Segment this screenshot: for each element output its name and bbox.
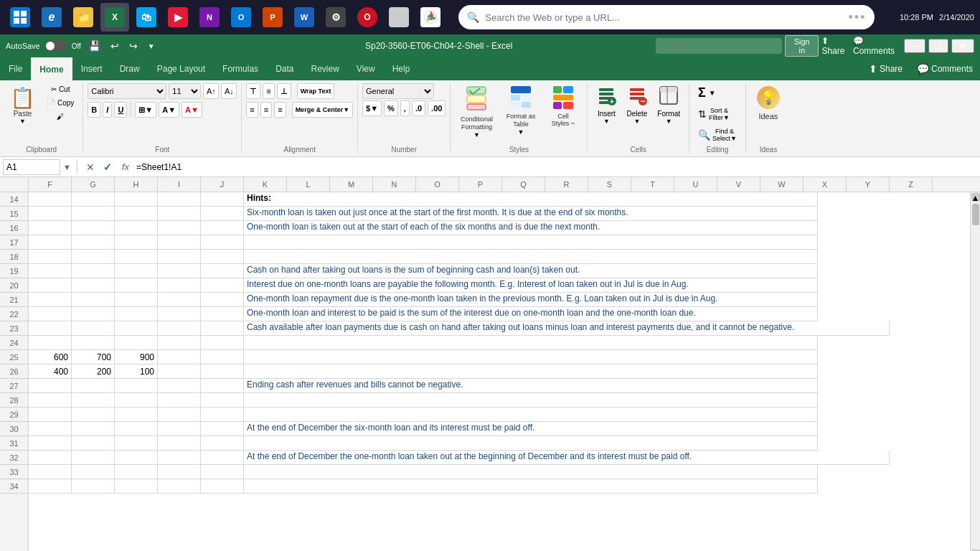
cell-H25[interactable]: 900 <box>115 350 158 364</box>
borders-button[interactable]: ⊞▼ <box>135 102 156 118</box>
vertical-scrollbar[interactable]: ▲ ▼ <box>970 192 980 551</box>
onenote-button[interactable]: N <box>195 3 224 32</box>
align-right-button[interactable]: ≡ <box>274 102 286 118</box>
cell-G23[interactable] <box>72 321 115 336</box>
row-header-28[interactable]: 28 <box>0 393 28 408</box>
tab-file[interactable]: File <box>0 57 31 80</box>
cell-K27[interactable]: Ending cash after revenues and bills can… <box>244 379 818 393</box>
cell-J28[interactable] <box>201 393 244 408</box>
col-header-K[interactable]: K <box>244 177 287 192</box>
format-as-table-button[interactable]: Format asTable ▼ <box>501 83 540 138</box>
cell-H16[interactable] <box>115 221 158 235</box>
col-header-M[interactable]: M <box>330 177 373 192</box>
cell-K19[interactable]: Cash on hand after taking out loans is t… <box>244 264 818 278</box>
cell-G14[interactable] <box>72 192 115 207</box>
store-button[interactable]: 🛍 <box>132 3 161 32</box>
cell-H18[interactable] <box>115 250 158 264</box>
cell-H21[interactable] <box>115 293 158 307</box>
col-header-S[interactable]: S <box>588 177 631 192</box>
cell-I22[interactable] <box>158 307 201 321</box>
row-header-26[interactable]: 26 <box>0 364 28 379</box>
cell-K32[interactable]: At the end of December the one-month loa… <box>244 451 890 465</box>
align-top-button[interactable]: ⊤ <box>246 83 260 99</box>
cell-J21[interactable] <box>201 293 244 307</box>
tab-review[interactable]: Review <box>302 57 347 80</box>
cell-I14[interactable] <box>158 192 201 207</box>
cell-F18[interactable] <box>29 250 72 264</box>
comments-ribbon[interactable]: 💬 Comments <box>910 63 980 75</box>
cell-J33[interactable] <box>201 465 244 479</box>
cell-J29[interactable] <box>201 408 244 422</box>
cell-G22[interactable] <box>72 307 115 321</box>
customize-qat-button[interactable]: ▼ <box>145 41 158 52</box>
cell-G32[interactable] <box>72 451 115 465</box>
row-header-33[interactable]: 33 <box>0 465 28 479</box>
align-bottom-button[interactable]: ⊥ <box>277 83 291 99</box>
cell-G25[interactable]: 700 <box>72 350 115 364</box>
cell-K31[interactable] <box>244 436 818 451</box>
cell-K28[interactable] <box>244 393 818 408</box>
decrease-decimal-button[interactable]: .00 <box>428 100 446 116</box>
formula-accept-button[interactable]: ✓ <box>100 161 115 173</box>
row-header-27[interactable]: 27 <box>0 379 28 393</box>
col-header-T[interactable]: T <box>631 177 674 192</box>
cell-I18[interactable] <box>158 250 201 264</box>
excel-button[interactable]: X <box>100 3 129 32</box>
cell-I29[interactable] <box>158 408 201 422</box>
find-select-button[interactable]: 🔍 Find &Select▼ <box>694 126 741 144</box>
ribbon-search-input[interactable] <box>656 38 783 54</box>
increase-decimal-button[interactable]: .0 <box>412 100 425 116</box>
cell-F15[interactable] <box>29 207 72 221</box>
percent-button[interactable]: % <box>384 100 398 116</box>
cell-F24[interactable] <box>29 336 72 350</box>
cell-F34[interactable] <box>29 479 72 494</box>
formula-input[interactable] <box>136 162 977 172</box>
cell-F16[interactable] <box>29 221 72 235</box>
taskbar-search-input[interactable] <box>485 12 842 23</box>
cell-I34[interactable] <box>158 479 201 494</box>
cell-H17[interactable] <box>115 235 158 250</box>
cell-F26[interactable]: 400 <box>29 364 72 379</box>
cell-I16[interactable] <box>158 221 201 235</box>
row-header-25[interactable]: 25 <box>0 350 28 364</box>
cell-G15[interactable] <box>72 207 115 221</box>
tab-data[interactable]: Data <box>267 57 302 80</box>
cell-K15[interactable]: Six-month loan is taken out just once at… <box>244 207 818 221</box>
col-header-L[interactable]: L <box>287 177 330 192</box>
cell-F31[interactable] <box>29 436 72 451</box>
row-header-14[interactable]: 14 <box>0 192 28 207</box>
row-header-24[interactable]: 24 <box>0 336 28 350</box>
cell-K23[interactable]: Cash available after loan payments due i… <box>244 321 890 336</box>
italic-button[interactable]: I <box>103 102 112 118</box>
cell-F32[interactable] <box>29 451 72 465</box>
cell-I21[interactable] <box>158 293 201 307</box>
cell-K20[interactable]: Interest due on one-month loans are paya… <box>244 278 818 293</box>
cell-J19[interactable] <box>201 264 244 278</box>
cell-J27[interactable] <box>201 379 244 393</box>
col-header-X[interactable]: X <box>804 177 847 192</box>
align-left-button[interactable]: ≡ <box>246 102 258 118</box>
scroll-thumb[interactable] <box>972 204 979 225</box>
cell-F25[interactable]: 600 <box>29 350 72 364</box>
cell-G27[interactable] <box>72 379 115 393</box>
cell-G20[interactable] <box>72 278 115 293</box>
col-header-O[interactable]: O <box>416 177 459 192</box>
folder-button[interactable]: 📁 <box>69 3 98 32</box>
col-header-R[interactable]: R <box>545 177 588 192</box>
cell-F20[interactable] <box>29 278 72 293</box>
comma-button[interactable]: , <box>400 100 410 116</box>
underline-button[interactable]: U <box>114 102 127 118</box>
cell-J24[interactable] <box>201 336 244 350</box>
font-size-select[interactable]: 11 <box>169 83 201 99</box>
outlook-button[interactable]: O <box>227 3 255 32</box>
cell-G18[interactable] <box>72 250 115 264</box>
increase-font-button[interactable]: A↑ <box>203 83 219 99</box>
cell-H31[interactable] <box>115 436 158 451</box>
align-center-button[interactable]: ≡ <box>260 102 272 118</box>
cell-G34[interactable] <box>72 479 115 494</box>
col-header-I[interactable]: I <box>158 177 201 192</box>
cell-H33[interactable] <box>115 465 158 479</box>
col-header-U[interactable]: U <box>674 177 717 192</box>
cell-H26[interactable]: 100 <box>115 364 158 379</box>
copy-button[interactable]: 📄 Copy <box>42 97 78 109</box>
